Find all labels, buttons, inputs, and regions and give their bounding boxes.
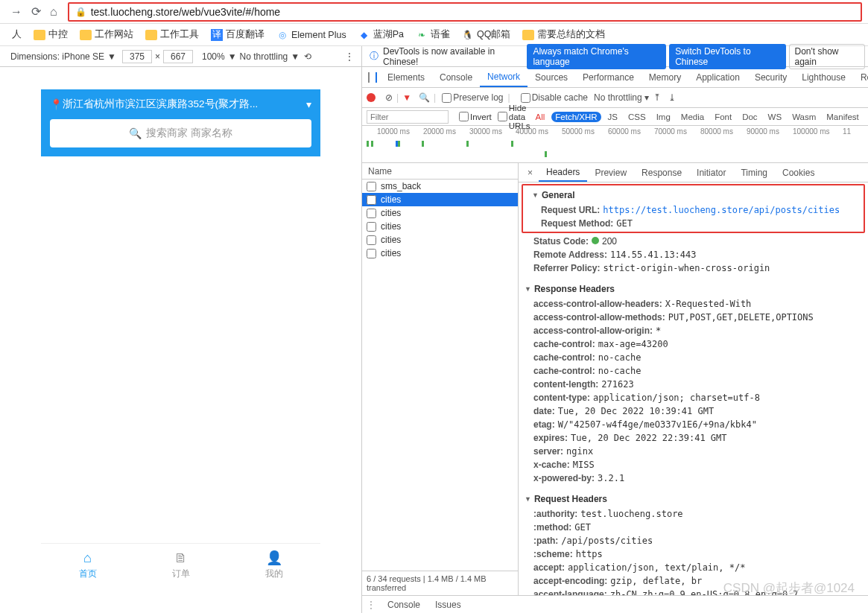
tab-console[interactable]: Console [432, 67, 480, 87]
filter-font[interactable]: Font [711, 112, 735, 122]
row-checkbox[interactable] [367, 222, 376, 232]
filter-css[interactable]: CSS [624, 112, 650, 122]
filter-fetch[interactable]: Fetch/XHR [551, 112, 601, 122]
switch-language-button[interactable]: Switch DevTools to Chinese [669, 44, 785, 69]
tab-lighthouse[interactable]: Lighthouse [794, 67, 853, 87]
bookmark-item[interactable]: 🐧QQ邮箱 [462, 28, 510, 41]
drawer-toggle-icon[interactable]: ⋮ [367, 600, 376, 610]
rotate-icon[interactable]: ⟲ [304, 51, 311, 62]
filter-doc[interactable]: Doc [738, 112, 761, 122]
preserve-log-checkbox[interactable] [442, 93, 452, 103]
clear-icon[interactable]: ⊘ [385, 92, 393, 103]
filter-media[interactable]: Media [677, 112, 708, 122]
invert-checkbox[interactable] [459, 112, 469, 121]
record-button[interactable] [367, 93, 376, 102]
dont-show-button[interactable]: Don't show again [789, 44, 866, 69]
general-header[interactable]: General [526, 187, 861, 203]
request-row[interactable]: cities [362, 206, 518, 220]
row-checkbox[interactable] [367, 195, 376, 205]
hide-data-checkbox[interactable] [498, 112, 507, 121]
filter-icon[interactable]: ▼ [402, 92, 411, 103]
request-row[interactable]: cities [362, 233, 518, 247]
download-icon[interactable]: ⤓ [668, 92, 676, 103]
row-checkbox[interactable] [367, 209, 376, 218]
wifi-icon[interactable]: ⤒ [653, 92, 661, 103]
request-row[interactable]: cities [362, 193, 518, 206]
height-input[interactable]: 667 [163, 50, 193, 63]
tab-performance[interactable]: Performance [575, 67, 642, 87]
row-checkbox[interactable] [367, 182, 376, 191]
bookmark-item[interactable]: 译百度翻译 [211, 28, 264, 41]
column-name[interactable]: Name [362, 163, 518, 180]
device-select[interactable]: Dimensions: iPhone SE [10, 51, 104, 62]
browser-toolbar: → ⟳ ⌂ 🔒 test.luocheng.store/web/vue3vite… [0, 0, 868, 24]
device-toolbar: Dimensions: iPhone SE▼ 375 × 667 100%▼ N… [0, 46, 361, 67]
filter-js[interactable]: JS [604, 112, 621, 122]
search-icon[interactable]: 🔍 [419, 92, 430, 103]
request-headers[interactable]: Request Headers [519, 491, 868, 507]
tab-cookies[interactable]: Cookies [775, 163, 822, 182]
inspect-icon[interactable] [368, 72, 370, 83]
status-dot-icon [592, 237, 599, 244]
bookmark-item[interactable]: 需要总结的文档 [522, 28, 605, 41]
request-row[interactable]: cities [362, 220, 518, 233]
tab-network[interactable]: Network [480, 67, 528, 87]
row-checkbox[interactable] [367, 249, 376, 258]
zoom-select[interactable]: 100% [202, 51, 225, 62]
bookmark-item[interactable]: ◆蓝湖Pa [358, 28, 404, 41]
tab-recorder[interactable]: Recorder [853, 67, 868, 87]
close-icon[interactable]: × [522, 168, 539, 178]
tab-timing[interactable]: Timing [733, 163, 775, 182]
device-toggle-icon[interactable] [376, 72, 377, 83]
filter-all[interactable]: All [532, 112, 549, 122]
tab-application[interactable]: Application [688, 67, 747, 87]
bookmark-item[interactable]: ◎Element Plus [276, 29, 346, 41]
reload-icon[interactable]: ⟳ [31, 4, 41, 19]
tab-response[interactable]: Response [634, 163, 689, 182]
more-icon[interactable]: ⋮ [345, 51, 354, 62]
tab-orders[interactable]: 🗎订单 [134, 544, 227, 586]
tab-mine[interactable]: 👤我的 [227, 544, 320, 586]
tab-headers[interactable]: Headers [539, 163, 587, 182]
response-headers[interactable]: Response Headers [519, 281, 868, 297]
disable-cache-checkbox[interactable] [521, 93, 530, 103]
tab-security[interactable]: Security [747, 67, 794, 87]
forward-icon[interactable]: → [10, 5, 22, 19]
devtools-panel: ⓘ DevTools is now available in Chinese! … [361, 46, 868, 613]
tab-elements[interactable]: Elements [380, 67, 432, 87]
filter-manifest[interactable]: Manifest [823, 112, 862, 122]
tab-preview[interactable]: Preview [587, 163, 634, 182]
bookmark-item[interactable]: 工作网站 [80, 28, 133, 41]
filter-ws[interactable]: WS [764, 112, 786, 122]
translate-icon: 译 [211, 29, 223, 41]
width-input[interactable]: 375 [122, 50, 152, 63]
tab-initiator[interactable]: Initiator [689, 163, 733, 182]
request-url: https://test.luocheng.store/api/posts/ci… [603, 205, 840, 215]
throttle-select[interactable]: No throttling [240, 51, 288, 62]
tab-sources[interactable]: Sources [528, 67, 575, 87]
bookmark-item[interactable]: ❧语雀 [416, 28, 450, 41]
location-bar[interactable]: 📍 浙江省杭州市滨江区滨康路352号(聚才路... ▾ [41, 89, 320, 119]
filter-input[interactable] [367, 110, 449, 124]
bookmark-item[interactable]: 工作工具 [145, 28, 199, 41]
row-checkbox[interactable] [367, 235, 376, 245]
filter-wasm[interactable]: Wasm [788, 112, 820, 122]
bookmark-item[interactable]: 中控 [34, 28, 68, 41]
filter-img[interactable]: Img [653, 112, 674, 122]
drawer-issues[interactable]: Issues [428, 600, 469, 610]
filter-bar: Invert Hide data URLs All Fetch/XHR JS C… [362, 108, 868, 126]
waterfall-timeline[interactable]: 10000 ms 20000 ms 30000 ms 40000 ms 5000… [362, 126, 868, 163]
drawer-console[interactable]: Console [380, 600, 428, 610]
request-row[interactable]: sms_back [362, 180, 518, 193]
request-row[interactable]: cities [362, 247, 518, 260]
home-icon: ⌂ [83, 550, 92, 566]
throttle-select[interactable]: No throttling ▾ [594, 92, 649, 103]
device-preview-pane: Dimensions: iPhone SE▼ 375 × 667 100%▼ N… [0, 46, 361, 613]
tab-home[interactable]: ⌂首页 [41, 544, 134, 586]
match-language-button[interactable]: Always match Chrome's language [527, 44, 666, 69]
tab-memory[interactable]: Memory [642, 67, 688, 87]
bookmark-item[interactable]: 人 [12, 28, 22, 41]
home-icon[interactable]: ⌂ [50, 5, 57, 19]
url-bar[interactable]: 🔒 test.luocheng.store/web/vue3vite/#/hom… [68, 2, 862, 22]
search-input[interactable]: 🔍 搜索商家 商家名称 [50, 119, 311, 147]
